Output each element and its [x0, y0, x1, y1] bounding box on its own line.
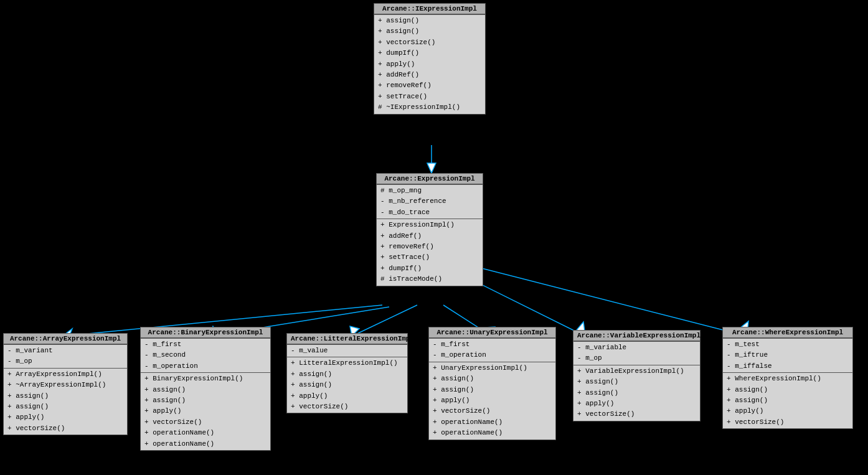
method-row: # isTraceMode(): [379, 274, 480, 285]
method-row: + apply(): [143, 406, 268, 416]
class-expressionimpl-header: Arcane::ExpressionImpl: [377, 174, 483, 184]
class-whereexpressionimpl-header: Arcane::WhereExpressionImpl: [723, 327, 852, 338]
class-litteralexpressionimpl-header: Arcane::LitteralExpressionImpl: [287, 334, 407, 344]
method-row: + LitteralExpressionImpl(): [290, 358, 405, 369]
field-row: - m_op: [576, 353, 697, 364]
class-binaryexpressionimpl-header: Arcane::BinaryExpressionImpl: [141, 327, 270, 338]
method-row: + apply(): [290, 391, 405, 402]
field-row: - m_do_trace: [379, 207, 480, 218]
method-row: + operationName(): [143, 428, 268, 438]
method-row: + VariableExpressionImpl(): [576, 366, 697, 377]
method-row: # ~IExpressionImpl(): [377, 102, 483, 113]
class-binaryexpressionimpl-fields: - m_first - m_second - m_operation: [141, 338, 270, 372]
method-row: + assign(): [143, 395, 268, 406]
method-row: + assign(): [143, 385, 268, 395]
field-row: - m_first: [432, 339, 553, 350]
class-iexpressionimpl-header: Arcane::IExpressionImpl: [374, 4, 485, 14]
class-binaryexpressionimpl-methods: + BinaryExpressionImpl() + assign() + as…: [141, 372, 270, 450]
method-row: + ~ArrayExpressionImpl(): [6, 380, 125, 390]
field-row: - m_op: [6, 356, 125, 367]
method-row: + UnaryExpressionImpl(): [432, 363, 553, 374]
field-row: - m_operation: [432, 350, 553, 360]
class-whereexpressionimpl-fields: - m_test - m_iftrue - m_iffalse: [723, 338, 852, 372]
method-row: + setTrace(): [377, 92, 483, 102]
class-litteralexpressionimpl-methods: + LitteralExpressionImpl() + assign() + …: [287, 357, 407, 413]
class-unaryexpressionimpl-header: Arcane::UnaryExpressionImpl: [429, 327, 555, 338]
method-row: + apply(): [6, 412, 125, 423]
method-row: + assign(): [290, 380, 405, 390]
field-row: - m_iftrue: [725, 350, 850, 360]
method-row: + setTrace(): [379, 252, 480, 263]
method-row: + apply(): [432, 395, 553, 406]
method-row: + assign(): [432, 374, 553, 384]
class-arrayexpressionimpl: Arcane::ArrayExpressionImpl - m_variant …: [3, 333, 128, 435]
method-row: + assign(): [725, 395, 850, 406]
class-unaryexpressionimpl: Arcane::UnaryExpressionImpl - m_first - …: [428, 327, 556, 440]
field-row: - m_value: [290, 346, 405, 356]
method-row: + WhereExpressionImpl(): [725, 374, 850, 384]
diagram-container: Arcane::IExpressionImpl + assign() + ass…: [0, 0, 868, 475]
method-row: + apply(): [377, 59, 483, 70]
class-arrayexpressionimpl-header: Arcane::ArrayExpressionImpl: [4, 334, 127, 344]
method-row: + assign(): [6, 391, 125, 402]
class-litteralexpressionimpl-fields: - m_value: [287, 344, 407, 357]
method-row: + assign(): [377, 16, 483, 26]
method-row: + operationName(): [432, 417, 553, 428]
method-row: + operationName(): [143, 439, 268, 449]
class-whereexpressionimpl-methods: + WhereExpressionImpl() + assign() + ass…: [723, 372, 852, 428]
field-row: - m_iffalse: [725, 361, 850, 372]
method-row: + vectorSize(): [6, 423, 125, 434]
method-row: + vectorSize(): [576, 409, 697, 420]
method-row: + addRef(): [377, 70, 483, 80]
method-row: + assign(): [6, 402, 125, 412]
method-row: + vectorSize(): [377, 37, 483, 48]
class-arrayexpressionimpl-fields: - m_variant - m_op: [4, 344, 127, 368]
svg-line-12: [479, 268, 747, 336]
class-arrayexpressionimpl-methods: + ArrayExpressionImpl() + ~ArrayExpressi…: [4, 368, 127, 435]
method-row: + assign(): [432, 385, 553, 395]
field-row: - m_operation: [143, 361, 268, 372]
method-row: + apply(): [576, 398, 697, 409]
method-row: + apply(): [725, 406, 850, 416]
field-row: - m_test: [725, 339, 850, 350]
field-row: - m_second: [143, 350, 268, 360]
method-row: + removeRef(): [379, 242, 480, 252]
method-row: + assign(): [377, 26, 483, 37]
method-row: + addRef(): [379, 231, 480, 242]
method-row: + assign(): [576, 377, 697, 387]
class-litteralexpressionimpl: Arcane::LitteralExpressionImpl - m_value…: [286, 333, 408, 413]
svg-line-6: [352, 305, 417, 336]
method-row: + vectorSize(): [290, 402, 405, 412]
class-expressionimpl: Arcane::ExpressionImpl # m_op_mng - m_nb…: [376, 173, 483, 286]
field-row: - m_nb_reference: [379, 196, 480, 207]
method-row: + ExpressionImpl(): [379, 220, 480, 230]
method-row: + assign(): [576, 388, 697, 398]
method-row: + operationName(): [432, 428, 553, 438]
method-row: + dumpIf(): [379, 263, 480, 274]
field-row: - m_first: [143, 339, 268, 350]
method-row: + vectorSize(): [432, 406, 553, 416]
class-iexpressionimpl: Arcane::IExpressionImpl + assign() + ass…: [374, 3, 486, 115]
method-row: + removeRef(): [377, 80, 483, 91]
method-row: + dumpIf(): [377, 48, 483, 59]
method-row: + vectorSize(): [143, 417, 268, 428]
method-row: + assign(): [290, 369, 405, 380]
class-whereexpressionimpl: Arcane::WhereExpressionImpl - m_test - m…: [722, 327, 853, 429]
class-expressionimpl-fields: # m_op_mng - m_nb_reference - m_do_trace: [377, 184, 483, 219]
class-unaryexpressionimpl-methods: + UnaryExpressionImpl() + assign() + ass…: [429, 362, 555, 440]
class-binaryexpressionimpl: Arcane::BinaryExpressionImpl - m_first -…: [140, 327, 271, 451]
method-row: + vectorSize(): [725, 417, 850, 428]
field-row: - m_variant: [6, 346, 125, 356]
method-row: + ArrayExpressionImpl(): [6, 369, 125, 380]
class-variableexpressionimpl-header: Arcane::VariableExpressionImpl: [573, 331, 700, 341]
method-row: + assign(): [725, 385, 850, 395]
field-row: # m_op_mng: [379, 186, 480, 196]
class-variableexpressionimpl: Arcane::VariableExpressionImpl - m_varia…: [573, 330, 701, 421]
field-row: - m_variable: [576, 342, 697, 353]
svg-marker-1: [427, 163, 436, 173]
class-iexpressionimpl-methods: + assign() + assign() + vectorSize() + d…: [374, 14, 485, 114]
method-row: + BinaryExpressionImpl(): [143, 374, 268, 384]
class-expressionimpl-methods: + ExpressionImpl() + addRef() + removeRe…: [377, 219, 483, 285]
class-unaryexpressionimpl-fields: - m_first - m_operation: [429, 338, 555, 362]
class-variableexpressionimpl-methods: + VariableExpressionImpl() + assign() + …: [573, 365, 700, 421]
